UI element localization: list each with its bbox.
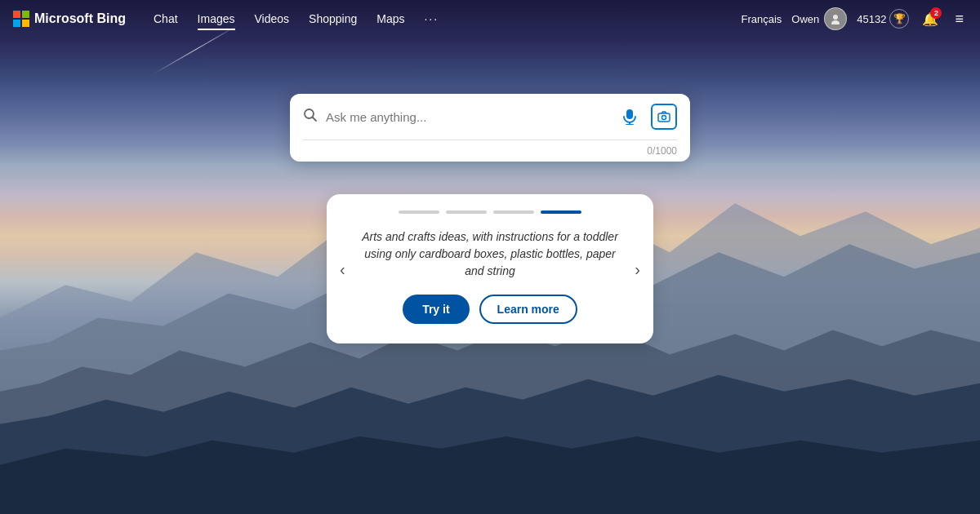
char-count: 0/1000 bbox=[647, 145, 677, 157]
username: Owen bbox=[791, 13, 819, 25]
notification-button[interactable]: 🔔 2 bbox=[919, 7, 942, 30]
user-section[interactable]: Owen bbox=[791, 7, 847, 30]
navbar: Microsoft Bing Chat Images Videos Shoppi… bbox=[0, 0, 980, 38]
next-button[interactable]: › bbox=[628, 253, 647, 285]
nav-chat[interactable]: Chat bbox=[145, 9, 186, 29]
points-value: 45132 bbox=[857, 13, 886, 25]
nav-videos[interactable]: Videos bbox=[247, 9, 298, 29]
notification-badge: 2 bbox=[930, 7, 942, 19]
language-button[interactable]: Français bbox=[742, 13, 782, 25]
logo[interactable]: Microsoft Bing bbox=[13, 11, 126, 27]
svg-rect-13 bbox=[626, 109, 633, 119]
search-container: 0/1000 bbox=[290, 94, 690, 162]
prev-button[interactable]: ‹ bbox=[333, 253, 352, 285]
svg-rect-16 bbox=[658, 113, 670, 122]
hamburger-menu-button[interactable]: ≡ bbox=[951, 7, 967, 31]
nav-images[interactable]: Images bbox=[189, 9, 243, 29]
suggestion-text: Arts and crafts ideas, with instructions… bbox=[359, 228, 621, 280]
camera-button[interactable] bbox=[651, 104, 677, 130]
avatar bbox=[824, 7, 847, 30]
suggestion-buttons: Try it Learn more bbox=[403, 295, 577, 324]
trophy-icon: 🏆 bbox=[889, 9, 909, 29]
svg-line-12 bbox=[313, 117, 317, 121]
svg-rect-8 bbox=[22, 20, 29, 27]
search-controls bbox=[617, 104, 677, 130]
nav-links: Chat Images Videos Shopping Maps ··· bbox=[145, 9, 742, 29]
search-input[interactable] bbox=[326, 110, 608, 124]
microsoft-logo-icon bbox=[13, 11, 29, 27]
navbar-right: Français Owen 45132 🏆 🔔 2 ≡ bbox=[742, 7, 968, 31]
page-indicator-4 bbox=[541, 210, 581, 214]
nav-maps[interactable]: Maps bbox=[368, 9, 412, 29]
page-indicator-1 bbox=[399, 210, 439, 214]
points-section[interactable]: 45132 🏆 bbox=[857, 9, 909, 29]
try-it-button[interactable]: Try it bbox=[403, 295, 469, 324]
svg-point-9 bbox=[833, 15, 838, 20]
brand-name: Microsoft Bing bbox=[34, 11, 126, 26]
mic-button[interactable] bbox=[617, 104, 643, 130]
search-icon bbox=[303, 108, 318, 126]
nav-shopping[interactable]: Shopping bbox=[301, 9, 365, 29]
nav-more-button[interactable]: ··· bbox=[416, 9, 447, 29]
pagination bbox=[399, 210, 581, 214]
svg-rect-6 bbox=[22, 11, 29, 18]
learn-more-button[interactable]: Learn more bbox=[479, 295, 577, 324]
svg-rect-7 bbox=[13, 20, 20, 27]
svg-point-10 bbox=[831, 20, 840, 24]
search-input-row bbox=[290, 94, 690, 140]
main-content: 0/1000 ‹ › Arts and crafts ideas, with i… bbox=[0, 0, 980, 514]
svg-point-17 bbox=[662, 116, 666, 120]
suggestion-card: ‹ › Arts and crafts ideas, with instruct… bbox=[327, 194, 653, 343]
search-footer: 0/1000 bbox=[290, 140, 690, 162]
page-indicator-2 bbox=[446, 210, 487, 214]
page-indicator-3 bbox=[493, 210, 534, 214]
svg-rect-5 bbox=[13, 11, 20, 18]
